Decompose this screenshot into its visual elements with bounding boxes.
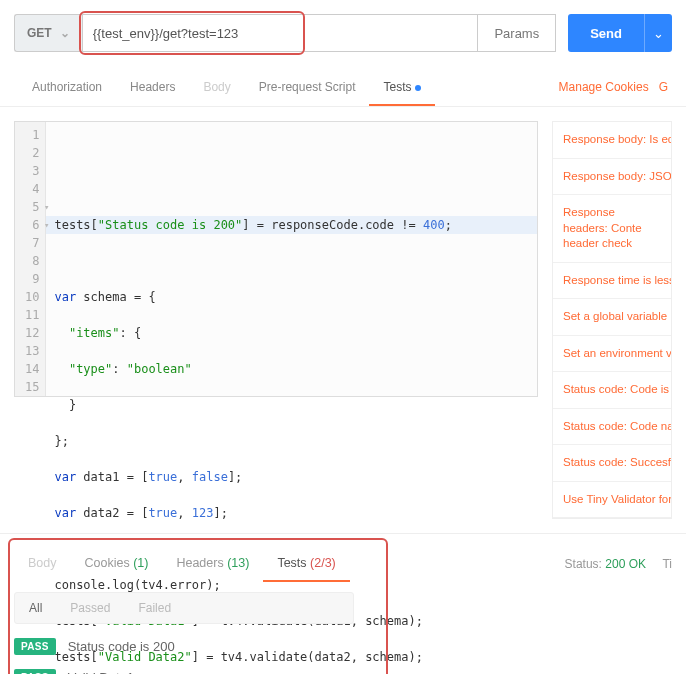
line-number: 8 (25, 252, 39, 270)
manage-cookies-link[interactable]: Manage Cookies G (549, 70, 668, 106)
status-label: Status: (565, 557, 602, 571)
snippet-item[interactable]: Set a global variable (553, 299, 671, 336)
resp-tab-tests[interactable]: Tests (2/3) (263, 546, 349, 582)
filter-failed[interactable]: Failed (124, 593, 185, 623)
code-line (54, 180, 529, 198)
resp-tab-headers[interactable]: Headers (13) (162, 546, 263, 582)
time-label: Ti (662, 557, 672, 571)
script-editor[interactable]: 1 2 3 4 5 6 7 8 9 10 11 12 13 14 15 test… (14, 121, 538, 397)
code-line: var data1 = [true, false]; (54, 468, 529, 486)
resp-tab-cookies-label: Cookies (85, 556, 130, 570)
line-number: 3 (25, 162, 39, 180)
chevron-down-icon: ⌄ (653, 26, 664, 41)
tab-authorization[interactable]: Authorization (18, 70, 116, 106)
dirty-dot-icon (415, 85, 421, 91)
code-line: } (54, 396, 529, 414)
request-bar: GET ⌄ Params Send ⌄ (0, 0, 686, 52)
status-badge: PASS (14, 669, 56, 674)
send-group: Send ⌄ (568, 14, 672, 52)
filter-all[interactable]: All (15, 593, 56, 623)
line-number: 12 (25, 324, 39, 342)
code-line (54, 144, 529, 162)
editor-code[interactable]: tests["Status code is 200"] = responseCo… (46, 122, 537, 396)
response-tabs-row: Body Cookies (1) Headers (13) Tests (2/3… (14, 540, 672, 582)
code-line: var schema = { (54, 288, 529, 306)
snippet-item[interactable]: Status code: Code name h (553, 409, 671, 446)
line-number: 14 (25, 360, 39, 378)
method-label: GET (27, 26, 52, 40)
url-input[interactable] (82, 14, 479, 52)
method-selector[interactable]: GET ⌄ (14, 14, 82, 52)
line-number: 7 (25, 234, 39, 252)
resp-tab-body[interactable]: Body (14, 546, 71, 582)
code-line: tests["Status code is 200"] = responseCo… (46, 216, 537, 234)
response-area: Body Cookies (1) Headers (13) Tests (2/3… (0, 533, 686, 674)
tab-tests-label: Tests (383, 80, 411, 94)
line-number: 13 (25, 342, 39, 360)
test-results: PASS Status code is 200 PASS Valid Data1… (14, 638, 672, 674)
url-wrapper (82, 14, 479, 52)
snippet-item[interactable]: Use Tiny Validator for JSO (553, 482, 671, 519)
snippet-item[interactable]: Set an environment variab (553, 336, 671, 373)
line-number: 1 (25, 126, 39, 144)
response-tabs: Body Cookies (1) Headers (13) Tests (2/3… (14, 546, 350, 582)
response-status: Status: 200 OK Ti (565, 557, 672, 571)
tab-headers[interactable]: Headers (116, 70, 189, 106)
code-line: var data2 = [true, 123]; (54, 504, 529, 522)
request-tabs: Authorization Headers Body Pre-request S… (0, 70, 686, 107)
test-filter-row: All Passed Failed (14, 592, 354, 624)
snippets-panel: Response body: Is equal t Response body:… (552, 121, 672, 519)
snippet-item[interactable]: Status code: Code is 200 (553, 372, 671, 409)
status-value: 200 OK (605, 557, 646, 571)
manage-cookies-label: Manage Cookies (559, 80, 649, 94)
filter-passed[interactable]: Passed (56, 593, 124, 623)
line-number: 11 (25, 306, 39, 324)
code-line (54, 252, 529, 270)
resp-tab-headers-count: (13) (227, 556, 249, 570)
resp-tab-tests-label: Tests (277, 556, 306, 570)
test-result-row: PASS Valid Data1 (14, 669, 672, 674)
send-dropdown[interactable]: ⌄ (644, 14, 672, 52)
line-number: 9 (25, 270, 39, 288)
code-line: "type": "boolean" (54, 360, 529, 378)
params-button[interactable]: Params (478, 14, 556, 52)
code-line: "items": { (54, 324, 529, 342)
workarea: 1 2 3 4 5 6 7 8 9 10 11 12 13 14 15 test… (0, 107, 686, 533)
resp-tab-cookies[interactable]: Cookies (1) (71, 546, 163, 582)
params-label: Params (494, 26, 539, 41)
code-line: }; (54, 432, 529, 450)
chevron-down-icon: ⌄ (60, 26, 70, 40)
snippet-item[interactable]: Status code: Succesful PO (553, 445, 671, 482)
snippet-item[interactable]: Response body: JSON va (553, 159, 671, 196)
resp-tab-headers-label: Headers (176, 556, 223, 570)
resp-tab-cookies-count: (1) (133, 556, 148, 570)
snippet-item[interactable]: Response headers: Conte header check (553, 195, 671, 263)
line-number: 6 (25, 216, 39, 234)
test-name: Valid Data1 (68, 670, 134, 674)
test-name: Status code is 200 (68, 639, 175, 654)
line-number: 2 (25, 144, 39, 162)
status-badge: PASS (14, 638, 56, 655)
resp-tab-tests-count: (2/3) (310, 556, 336, 570)
tab-tests[interactable]: Tests (369, 70, 435, 106)
tab-body[interactable]: Body (189, 70, 244, 106)
test-result-row: PASS Status code is 200 (14, 638, 672, 655)
line-number: 4 (25, 180, 39, 198)
manage-g-label: G (659, 80, 668, 94)
line-number: 10 (25, 288, 39, 306)
send-button[interactable]: Send (568, 14, 644, 52)
editor-gutter: 1 2 3 4 5 6 7 8 9 10 11 12 13 14 15 (15, 122, 46, 396)
snippet-item[interactable]: Response time is less tha (553, 263, 671, 300)
tab-prerequest[interactable]: Pre-request Script (245, 70, 370, 106)
line-number: 15 (25, 378, 39, 396)
snippet-item[interactable]: Response body: Is equal t (553, 122, 671, 159)
line-number: 5 (25, 198, 39, 216)
